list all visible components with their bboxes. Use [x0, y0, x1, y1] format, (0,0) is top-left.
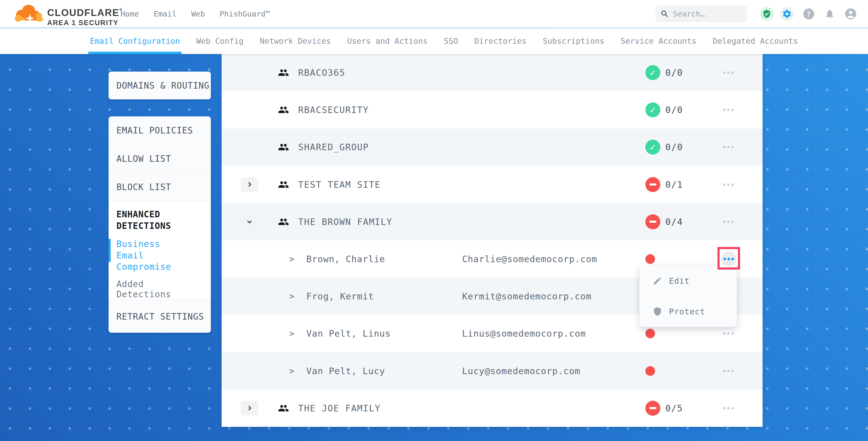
protected-count: 0/5 — [665, 403, 683, 413]
enhanced-detections-title[interactable]: ENHANCED DETECTIONS — [117, 209, 182, 231]
protected-count: 0/0 — [665, 67, 683, 78]
user-icon — [845, 8, 856, 20]
nav-item-phishguard[interactable]: PhishGuard™ — [220, 9, 270, 18]
row-actions-button[interactable] — [723, 220, 734, 223]
pencil-icon — [653, 276, 662, 286]
active-item-indicator — [108, 239, 111, 262]
tab-web-config[interactable]: Web Config — [196, 28, 244, 54]
nav-item-home[interactable]: Home — [121, 9, 139, 18]
sidebar-item-business-email-compromise[interactable]: Business Email Compromise — [117, 238, 185, 273]
bell-icon — [825, 9, 835, 19]
tab-subscriptions[interactable]: Subscriptions — [543, 28, 604, 54]
config-tabbar: Email ConfigurationWeb ConfigNetwork Dev… — [0, 28, 868, 54]
settings-button[interactable] — [780, 7, 794, 21]
status-bad-badge — [645, 177, 660, 192]
member-name: Van Pelt, Lucy — [306, 366, 385, 376]
protected-count: 0/0 — [665, 105, 683, 115]
status-bad-dot — [645, 329, 655, 339]
chevron-right-icon — [247, 406, 251, 411]
tab-sso[interactable]: SSO — [444, 28, 458, 54]
search-box[interactable] — [656, 6, 747, 22]
account-button[interactable] — [844, 7, 858, 21]
sidebar-card-domains-routing[interactable]: DOMAINS & ROUTING — [108, 71, 211, 99]
table-row: THE JOE FAMILY0/5 — [222, 389, 763, 427]
brand-name: CLOUDFLARE® — [47, 8, 122, 18]
sidebar-card-retract-settings[interactable]: RETRACT SETTINGS — [108, 300, 211, 333]
status-bad-badge — [645, 401, 660, 416]
member-email: Charlie@somedemocorp.com — [462, 254, 597, 264]
notifications-button[interactable] — [823, 7, 837, 21]
sidebar-section-enhanced-detections: ENHANCED DETECTIONS Business Email Compr… — [108, 201, 211, 308]
member-chevron: > — [289, 328, 294, 339]
member-chevron: > — [289, 291, 294, 301]
group-name: THE JOE FAMILY — [298, 403, 381, 413]
member-email: Kermit@somedemocorp.com — [462, 291, 592, 302]
member-chevron: > — [289, 366, 294, 376]
protected-count: 0/0 — [665, 142, 683, 152]
nav-item-email[interactable]: Email — [154, 9, 177, 18]
help-icon: ? — [803, 8, 814, 20]
sidebar-item-allow-list[interactable]: ALLOW LIST — [108, 145, 211, 173]
expand-button[interactable] — [241, 401, 258, 416]
table-row: SHARED_GROUP✓0/0 — [222, 128, 763, 166]
status-bad-dot — [645, 366, 655, 376]
row-actions-button[interactable] — [723, 146, 734, 148]
menu-item-edit[interactable]: Edit — [640, 265, 737, 296]
check-icon: ✓ — [649, 105, 656, 115]
shield-check-icon — [762, 9, 771, 18]
group-name: RBACSECURITY — [298, 105, 369, 115]
table-row: RBACO365✓0/0 — [222, 54, 763, 91]
table-row: >Van Pelt, LucyLucy@somedemocorp.com — [222, 352, 763, 389]
group-icon — [278, 67, 289, 78]
gear-icon — [782, 9, 792, 19]
tab-network-devices[interactable]: Network Devices — [260, 28, 331, 54]
row-actions-button[interactable] — [723, 370, 734, 372]
group-name: RBACO365 — [298, 67, 345, 78]
row-actions-button-active[interactable] — [721, 251, 736, 266]
tab-directories[interactable]: Directories — [474, 28, 527, 54]
row-actions-button[interactable] — [723, 407, 734, 409]
row-actions-button[interactable] — [723, 71, 734, 74]
table-row: TEST TEAM SITE0/1 — [222, 166, 763, 203]
row-actions-button[interactable] — [723, 109, 734, 111]
member-name: Van Pelt, Linus — [306, 328, 391, 339]
sidebar-item-added-detections[interactable]: Added Detections — [117, 279, 203, 300]
app-header: CLOUDFLARE® AREA 1 SECURITY Home Email W… — [0, 0, 868, 28]
expand-button[interactable] — [241, 177, 258, 192]
tab-delegated-accounts[interactable]: Delegated Accounts — [712, 28, 798, 54]
row-actions-button[interactable] — [723, 333, 734, 335]
sidebar-item-block-list[interactable]: BLOCK LIST — [108, 173, 211, 201]
primary-nav: Home Email Web PhishGuard™ — [121, 0, 270, 28]
tab-users-and-actions[interactable]: Users and Actions — [347, 28, 428, 54]
help-button[interactable]: ? — [802, 7, 815, 21]
member-email: Linus@somedemocorp.com — [462, 328, 586, 339]
security-status-button[interactable] — [760, 7, 774, 21]
cloudflare-cloud-icon — [13, 2, 44, 25]
protected-count: 0/4 — [665, 217, 683, 227]
status-ok-badge: ✓ — [645, 102, 660, 118]
menu-item-protect[interactable]: Protect — [640, 296, 737, 327]
brand-subtitle: AREA 1 SECURITY — [47, 20, 122, 27]
protected-count: 0/1 — [665, 179, 683, 190]
status-bad-dot — [645, 254, 655, 264]
group-icon — [278, 104, 289, 115]
member-email: Lucy@somedemocorp.com — [462, 366, 580, 376]
group-icon — [278, 216, 289, 227]
tab-service-accounts[interactable]: Service Accounts — [620, 28, 696, 54]
collapse-button[interactable] — [241, 215, 258, 229]
table-row: RBACSECURITY✓0/0 — [222, 91, 763, 128]
search-input[interactable] — [673, 9, 741, 18]
minus-icon — [649, 184, 656, 186]
chevron-down-icon — [247, 219, 252, 224]
minus-icon — [649, 407, 656, 409]
row-actions-menu: Edit Protect — [639, 265, 737, 327]
member-name: Brown, Charlie — [306, 254, 385, 264]
nav-item-web[interactable]: Web — [191, 9, 205, 18]
member-chevron: > — [289, 254, 294, 264]
check-icon: ✓ — [649, 142, 656, 152]
row-actions-button[interactable] — [723, 183, 734, 186]
tab-email-configuration[interactable]: Email Configuration — [90, 28, 180, 54]
group-name: SHARED_GROUP — [298, 142, 369, 152]
group-icon — [278, 179, 289, 190]
sidebar-item-email-policies[interactable]: EMAIL POLICIES — [108, 117, 211, 145]
